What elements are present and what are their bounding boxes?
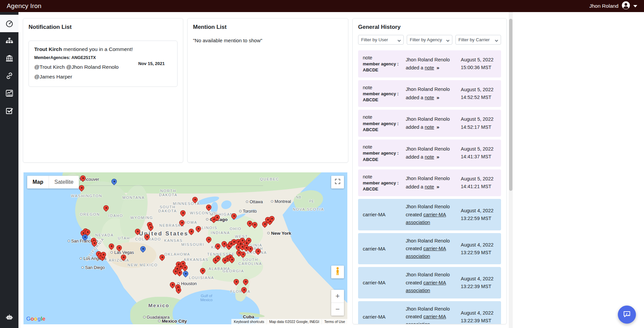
general-history-title: General History <box>358 24 501 31</box>
history-action-link[interactable]: carrier-MA association <box>406 246 446 259</box>
expand-chevrons-icon[interactable]: » <box>437 65 439 70</box>
history-type: carrier-MA <box>363 279 402 286</box>
filter-select-filter-by-agency[interactable]: Filter by Agency <box>407 35 452 45</box>
expand-chevrons-icon[interactable]: » <box>437 124 439 130</box>
satellite-button[interactable]: Satellite <box>49 176 79 188</box>
mention-empty-text: "No available mention to show" <box>193 38 343 43</box>
notification-message: Trout Kirch mentioned you in a Comment! <box>34 46 135 53</box>
city-dot-icon <box>158 320 160 322</box>
history-timestamp: August 5, 202214:52:52 MST <box>461 86 496 101</box>
sidebar-item-hierarchy[interactable] <box>0 32 18 50</box>
map-label: Montreal <box>271 199 291 204</box>
map-button[interactable]: Map <box>27 176 49 188</box>
fullscreen-button[interactable] <box>331 176 344 188</box>
fullscreen-icon <box>335 178 341 186</box>
history-action-link[interactable]: note <box>425 154 434 160</box>
history-action: Jhon Roland Renoloadded a note» <box>406 115 457 131</box>
city-dot-icon <box>206 218 208 220</box>
zoom-out-button[interactable]: − <box>331 303 344 316</box>
map-label: PE <box>309 200 314 203</box>
history-action-link[interactable]: note <box>425 184 434 189</box>
notification-author: Trout Kirch <box>34 46 62 52</box>
city-dot-icon <box>111 251 113 254</box>
history-timestamp: August 4, 202213:22:59 MST <box>461 207 496 222</box>
city-dot-icon <box>239 210 241 212</box>
map-label: OKLAHOMA <box>164 252 190 256</box>
history-type: notemember agency :ABCDE <box>363 54 402 73</box>
mention-list-card: Mention List "No available mention to sh… <box>187 18 348 163</box>
city-dot-icon <box>267 232 270 234</box>
history-timestamp: August 4, 202213:22:39 MST <box>461 309 496 324</box>
map-label: NOVA SCOTIA <box>293 207 324 211</box>
map-data-text: Map data ©2022 Google, INEGI <box>266 319 321 324</box>
expand-chevrons-icon[interactable]: » <box>437 95 439 100</box>
map-attribution: Keyboard shortcuts Map data ©2022 Google… <box>231 319 347 324</box>
history-action-link[interactable]: note <box>425 124 434 130</box>
sidebar-item-links[interactable] <box>0 67 18 85</box>
map-label: WASHINGTON <box>71 194 102 198</box>
history-action: Jhon Roland Renolocreated carrier-MA ass… <box>406 203 457 226</box>
sidebar-item-reports[interactable] <box>0 85 18 102</box>
history-action-link[interactable]: note <box>425 65 434 70</box>
history-type: carrier-MA <box>363 245 402 252</box>
map-label: MICHIGAN <box>210 212 233 216</box>
user-menu[interactable]: Jhon Roland <box>589 1 637 11</box>
notification-item[interactable]: Trout Kirch mentioned you in a Comment! … <box>29 41 178 87</box>
robot-icon <box>5 313 13 321</box>
pegman-control[interactable] <box>331 266 344 278</box>
history-action-link[interactable]: note <box>425 95 434 100</box>
history-type: notemember agency :ABCDE <box>363 144 402 163</box>
sidebar-item-bank[interactable] <box>0 50 18 67</box>
chevron-down-icon <box>633 5 637 7</box>
history-row: notemember agency :ABCDEJhon Roland Reno… <box>358 110 501 137</box>
notification-list-card: Notification List Trout Kirch mentioned … <box>23 18 183 163</box>
history-type: notemember agency :ABCDE <box>363 114 402 133</box>
vertical-scrollbar[interactable] <box>509 12 513 328</box>
map-label: IDAHO <box>108 214 123 218</box>
map-label: NEW MEXICO <box>128 263 158 267</box>
google-logo[interactable]: Google <box>26 316 45 322</box>
map-label: Houston <box>178 281 197 286</box>
history-row: carrier-MAJhon Roland Renolocreated carr… <box>358 233 501 265</box>
history-type: carrier-MA <box>363 314 402 320</box>
map-type-control: Map Satellite <box>27 176 79 188</box>
terms-of-use-link[interactable]: Terms of Use <box>321 319 347 324</box>
history-action: Jhon Roland Renoloadded a note» <box>406 145 457 161</box>
general-history-card: General History Filter by UserFilter by … <box>352 18 507 324</box>
history-action-link[interactable]: carrier-MA association <box>406 280 446 293</box>
map-label: Toronto <box>239 209 257 214</box>
notification-list-title: Notification List <box>29 24 178 31</box>
history-type: carrier-MA <box>363 211 402 218</box>
chat-button[interactable] <box>618 306 636 324</box>
user-name: Jhon Roland <box>589 3 618 9</box>
map-label: IOWA <box>185 220 197 224</box>
scrollbar-thumb[interactable] <box>509 19 512 191</box>
map-label: MONTANA <box>122 196 145 200</box>
history-timestamp: August 5, 202214:41:21 MST <box>461 175 496 190</box>
zoom-in-button[interactable]: + <box>331 290 344 303</box>
map-canvas[interactable]: WASHINGTONMONTANANORTH DAKOTASOUTH DAKOT… <box>23 172 347 324</box>
expand-chevrons-icon[interactable]: » <box>437 184 439 189</box>
city-dot-icon <box>143 316 145 318</box>
history-row: carrier-MAJhon Roland Renolocreated carr… <box>358 199 501 230</box>
mention-list-title: Mention List <box>193 24 343 31</box>
speedometer-icon <box>5 19 13 28</box>
check-square-icon <box>5 107 13 115</box>
map-label: WYOMING <box>130 216 153 220</box>
map-label: ARIZONA <box>109 258 130 262</box>
diagram-icon <box>5 37 13 45</box>
map-label: Cuba <box>243 314 254 319</box>
keyboard-shortcuts-link[interactable]: Keyboard shortcuts <box>231 319 266 324</box>
sidebar-item-bot[interactable] <box>0 309 18 326</box>
history-action-link[interactable]: carrier-MA association <box>406 314 446 324</box>
filter-select-filter-by-user[interactable]: Filter by User <box>358 35 404 45</box>
history-row: notemember agency :ABCDEJhon Roland Reno… <box>358 169 501 197</box>
sidebar-item-dashboard[interactable] <box>0 15 18 32</box>
history-action-link[interactable]: carrier-MA association <box>406 212 446 225</box>
map-label: OREGON <box>80 212 100 216</box>
filter-select-filter-by-carrier[interactable]: Filter by Carrier <box>455 35 501 45</box>
app-title: Agency Iron <box>7 2 42 10</box>
sidebar-item-tasks[interactable] <box>0 102 18 119</box>
expand-chevrons-icon[interactable]: » <box>437 154 439 160</box>
map-label: QUEBEC <box>260 177 279 181</box>
